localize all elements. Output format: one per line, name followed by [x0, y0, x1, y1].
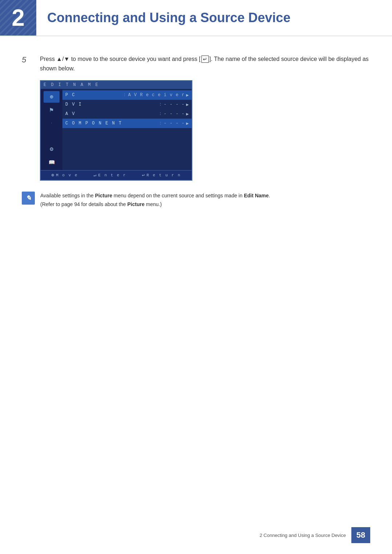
- menu-icon-empty1: [44, 130, 60, 142]
- move-label: M o v e: [56, 173, 78, 177]
- menu-footer: ⊕ M o v e ↵ E n t e r ↩ R e t u r n: [41, 170, 192, 180]
- note-bold-picture2: Picture: [127, 201, 144, 207]
- menu-icon-source: ⊕: [44, 91, 60, 103]
- menu-title-bar: E d i t N a m e: [41, 81, 192, 89]
- menu-row-dvi-label: D V I: [65, 102, 157, 107]
- menu-row-component-value: - - - -: [164, 121, 184, 126]
- menu-row-av-label: A V: [65, 111, 157, 116]
- menu-row-pc-sep: :: [123, 93, 126, 98]
- menu-body: ⊕ ⚑ · ⚙ 📖: [41, 89, 192, 170]
- menu-row-pc: P C : A V R e c e i v e r ▶: [62, 90, 192, 100]
- dot-icon: ·: [50, 121, 53, 125]
- step-content: Press ▲/▼ to move to the source device y…: [40, 54, 370, 181]
- note-icon-block: ✎: [22, 192, 35, 205]
- menu-screenshot: E d i t N a m e ⊕ ⚑ ·: [40, 80, 192, 181]
- menu-row-dvi-sep: :: [159, 102, 162, 107]
- menu-row-component-sep: :: [159, 121, 162, 126]
- menu-row-av-arrow: ▶: [186, 111, 189, 117]
- step-5-section: 5 Press ▲/▼ to move to the source device…: [22, 54, 370, 181]
- flag-icon: ⚑: [50, 106, 54, 114]
- note-bold-editname: Edit Name: [244, 193, 269, 198]
- menu-row-dvi: D V I : - - - - ▶: [62, 100, 192, 109]
- footer-chapter-text: 2 Connecting and Using a Source Device: [260, 533, 346, 538]
- note-section: ✎ Available settings in the Picture menu…: [22, 192, 370, 209]
- menu-row-dvi-value: - - - -: [164, 102, 184, 107]
- enter-label: E n t e r: [98, 173, 126, 177]
- chapter-number: 2: [12, 4, 25, 31]
- menu-row-empty3: [62, 147, 192, 156]
- page-number: 58: [356, 530, 365, 540]
- menu-icon-dot: ·: [44, 117, 60, 129]
- menu-row-av: A V : - - - - ▶: [62, 109, 192, 119]
- note-text-line2-part2: menu.): [144, 201, 162, 207]
- menu-icon-flag: ⚑: [44, 104, 60, 116]
- note-text-part3: .: [269, 193, 270, 198]
- page-footer: 2 Connecting and Using a Source Device 5…: [260, 527, 370, 543]
- menu-row-empty1: [62, 128, 192, 138]
- page-number-block: 58: [351, 527, 370, 543]
- footer-enter: ↵ E n t e r: [94, 172, 126, 178]
- step-text-part1: Press ▲/▼ to move to the source device y…: [40, 56, 201, 62]
- chapter-title: Connecting and Using a Source Device: [47, 10, 290, 25]
- footer-return: ↩ R e t u r n: [142, 172, 181, 178]
- move-icon: ⊕: [52, 172, 55, 178]
- note-text: Available settings in the Picture menu d…: [40, 192, 270, 209]
- menu-row-pc-arrow: ▶: [186, 93, 189, 98]
- return-label: R e t u r n: [147, 173, 181, 177]
- note-bold-picture1: Picture: [95, 193, 112, 198]
- menu-rows-column: P C : A V R e c e i v e r ▶ D V I : - - …: [62, 89, 192, 170]
- page-header: 2 Connecting and Using a Source Device: [0, 0, 392, 36]
- menu-icons-column: ⊕ ⚑ · ⚙ 📖: [41, 89, 62, 170]
- gear-icon: ⚙: [50, 145, 53, 153]
- note-text-part1: Available settings in the: [40, 193, 95, 198]
- menu-row-pc-label: P C: [65, 93, 121, 98]
- footer-move: ⊕ M o v e: [52, 172, 78, 178]
- menu-icon-gear: ⚙: [44, 143, 60, 155]
- enter-footer-icon: ↵: [94, 172, 97, 178]
- menu-row-component-arrow: ▶: [186, 121, 189, 126]
- menu-row-dvi-arrow: ▶: [186, 102, 189, 107]
- note-text-part2: menu depend on the current source and se…: [112, 193, 244, 198]
- enter-icon: ↵: [201, 56, 209, 63]
- step-description: Press ▲/▼ to move to the source device y…: [40, 54, 370, 73]
- menu-row-pc-value: A V R e c e i v e r: [128, 93, 185, 98]
- menu-row-av-sep: :: [159, 111, 162, 116]
- book-icon: 📖: [49, 159, 55, 165]
- menu-row-component: C o m p o n e n t : - - - - ▶: [62, 119, 192, 128]
- step-number: 5: [22, 54, 33, 181]
- note-text-line2-part1: (Refer to page 94 for details about the: [40, 201, 127, 207]
- menu-row-empty2: [62, 138, 192, 147]
- source-icon: ⊕: [50, 93, 53, 100]
- chapter-number-block: 2: [0, 0, 36, 36]
- menu-icon-book: 📖: [44, 156, 60, 168]
- header-title-block: Connecting and Using a Source Device: [36, 0, 392, 36]
- note-icon: ✎: [26, 194, 31, 202]
- menu-row-av-value: - - - -: [164, 111, 184, 116]
- return-icon: ↩: [142, 172, 146, 178]
- content-area: 5 Press ▲/▼ to move to the source device…: [0, 36, 392, 231]
- menu-row-component-label: C o m p o n e n t: [65, 121, 157, 126]
